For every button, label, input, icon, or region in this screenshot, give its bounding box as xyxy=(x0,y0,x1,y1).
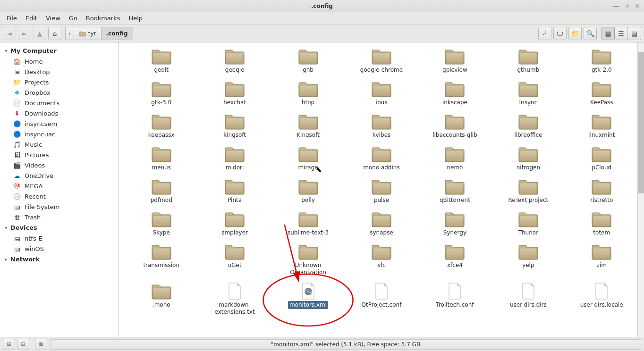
folder-item[interactable]: libreoffice xyxy=(491,109,565,142)
back-button[interactable]: ◄ xyxy=(3,27,16,40)
folder-item[interactable]: libaccounts-glib xyxy=(418,109,491,142)
folder-item[interactable]: Thunar xyxy=(491,207,565,240)
scrollbar-thumb[interactable] xyxy=(638,52,644,193)
folder-item[interactable]: google-chrome xyxy=(345,44,418,77)
folder-item[interactable]: nitrogen xyxy=(491,142,565,175)
folder-item[interactable]: pulse xyxy=(345,175,418,207)
menu-view[interactable]: View xyxy=(42,14,64,23)
sidebar-item-pictures[interactable]: 🖼Pictures xyxy=(0,150,119,160)
folder-item[interactable]: geeqie xyxy=(198,44,271,77)
file-item[interactable]: user-dirs.locale xyxy=(565,279,638,319)
folder-item[interactable]: .mono xyxy=(125,279,198,319)
folder-item[interactable]: htop xyxy=(271,77,345,109)
folder-item[interactable]: vlc xyxy=(345,240,418,279)
home-button[interactable]: ⌂ xyxy=(48,27,61,40)
icon-view[interactable]: geditgeeqieghbgoogle-chromegpicviewgthum… xyxy=(119,42,644,337)
path-segment-tyr[interactable]: tyr xyxy=(74,27,102,40)
sidebar-section-devices[interactable]: ▾Devices xyxy=(0,222,119,233)
menu-edit[interactable]: Edit xyxy=(22,14,41,23)
up-button[interactable]: ▲ xyxy=(33,27,46,40)
sidebar-item-documents[interactable]: 📄Documents xyxy=(0,98,119,108)
folder-item[interactable]: Insync xyxy=(491,77,565,109)
folder-item[interactable]: uGet xyxy=(198,240,271,279)
folder-item[interactable]: hexchat xyxy=(198,77,271,109)
menu-file[interactable]: File xyxy=(3,14,21,23)
folder-item[interactable]: Kingsoft xyxy=(271,109,345,142)
folder-item[interactable]: transmission xyxy=(125,240,198,279)
folder-item[interactable]: Synergy xyxy=(418,207,491,240)
sidebar-item-recent[interactable]: 🕒Recent xyxy=(0,191,119,201)
folder-item[interactable]: gedit xyxy=(125,44,198,77)
folder-item[interactable]: sublime-text-3 xyxy=(271,207,345,240)
sidebar-item-insyncuac[interactable]: 🔵insyncuac xyxy=(0,129,119,139)
menu-help[interactable]: Help xyxy=(125,14,146,23)
folder-item[interactable]: linuxmint xyxy=(565,109,638,142)
forward-button[interactable]: ► xyxy=(18,27,31,40)
new-folder-button[interactable]: 📁 xyxy=(568,27,582,40)
file-item[interactable]: QtProject.conf xyxy=(345,279,418,319)
folder-item[interactable]: Unknown Organization xyxy=(271,240,345,279)
sidebar-item-mega[interactable]: ⓂMEGA xyxy=(0,181,119,191)
sidebar-item-trash[interactable]: 🗑Trash xyxy=(0,212,119,222)
folder-item[interactable]: smplayer xyxy=(198,207,271,240)
folder-item[interactable]: ReText project xyxy=(491,175,565,207)
folder-item[interactable]: nemo xyxy=(418,142,491,175)
folder-item[interactable]: synapse xyxy=(345,207,418,240)
folder-item[interactable]: inkscape xyxy=(418,77,491,109)
search-button[interactable]: 🔍 xyxy=(584,27,597,40)
path-segment-config[interactable]: .config xyxy=(102,27,133,40)
folder-item[interactable]: Skype xyxy=(125,207,198,240)
minimize-button[interactable]: — xyxy=(613,2,620,9)
icon-view-button[interactable]: ▦ xyxy=(602,27,615,40)
menu-bookmarks[interactable]: Bookmarks xyxy=(82,14,124,23)
sidebar-item-downloads[interactable]: ⬇Downloads xyxy=(0,108,119,118)
folder-item[interactable]: xfce4 xyxy=(418,240,491,279)
folder-item[interactable]: menus xyxy=(125,142,198,175)
sidebar-item-music[interactable]: 🎵Music xyxy=(0,139,119,150)
folder-item[interactable]: gpicview xyxy=(418,44,491,77)
folder-item[interactable]: kingsoft xyxy=(198,109,271,142)
sidebar-item-onedrive[interactable]: ☁OneDrive xyxy=(0,170,119,181)
scrollbar[interactable] xyxy=(637,42,644,337)
folder-item[interactable]: gtk-3.0 xyxy=(125,77,198,109)
folder-item[interactable]: pdfmod xyxy=(125,175,198,207)
folder-item[interactable]: mono.addins xyxy=(345,142,418,175)
folder-item[interactable]: qBittorrent xyxy=(418,175,491,207)
folder-item[interactable]: ibus xyxy=(345,77,418,109)
file-item[interactable]: monitors.xml xyxy=(271,279,345,319)
list-view-button[interactable]: ☰ xyxy=(615,27,628,40)
compact-view-button[interactable]: ▤ xyxy=(628,27,641,40)
sidebar-item-winos[interactable]: 🖴winOS xyxy=(0,243,119,254)
menu-go[interactable]: Go xyxy=(65,14,81,23)
places-sidebar-button[interactable]: ⊞ xyxy=(3,339,15,350)
folder-item[interactable]: totem xyxy=(565,207,638,240)
sidebar-item-home[interactable]: 🏠Home xyxy=(0,56,119,67)
folder-item[interactable]: zim xyxy=(565,240,638,279)
file-item[interactable]: Trolltech.conf xyxy=(418,279,491,319)
sidebar-item-insyncsem[interactable]: 🔵insyncsem xyxy=(0,118,119,129)
folder-item[interactable]: midori xyxy=(198,142,271,175)
sidebar-item-file-system[interactable]: 🖴File System xyxy=(0,201,119,212)
folder-item[interactable]: Pinta xyxy=(198,175,271,207)
file-item[interactable]: user-dirs.dirs xyxy=(491,279,565,319)
folder-item[interactable]: polly xyxy=(271,175,345,207)
folder-item[interactable]: pCloud xyxy=(565,142,638,175)
maximize-button[interactable]: + xyxy=(625,2,630,9)
sidebar-item-videos[interactable]: 🎬Videos xyxy=(0,160,119,170)
close-button[interactable]: × xyxy=(635,2,640,9)
folder-item[interactable]: mirage xyxy=(271,142,345,175)
computer-button[interactable]: 🖵 xyxy=(553,27,567,40)
close-sidebar-button[interactable]: ⊠ xyxy=(35,339,47,350)
sidebar-section-my-computer[interactable]: ▾My Computer xyxy=(0,45,119,56)
folder-item[interactable]: ghb xyxy=(271,44,345,77)
tree-sidebar-button[interactable]: ⊟ xyxy=(17,339,29,350)
folder-item[interactable]: gtk-2.0 xyxy=(565,44,638,77)
path-prev-button[interactable]: ‹ xyxy=(65,27,74,40)
folder-item[interactable]: ristretto xyxy=(565,175,638,207)
folder-item[interactable]: yelp xyxy=(491,240,565,279)
folder-item[interactable]: keepassx xyxy=(125,109,198,142)
sidebar-section-network[interactable]: ▸Network xyxy=(0,254,119,265)
sidebar-item-ntfs-e[interactable]: 🖴ntfs-E xyxy=(0,233,119,243)
folder-item[interactable]: KeePass xyxy=(565,77,638,109)
toggle-location-button[interactable]: .┘ xyxy=(538,27,551,40)
